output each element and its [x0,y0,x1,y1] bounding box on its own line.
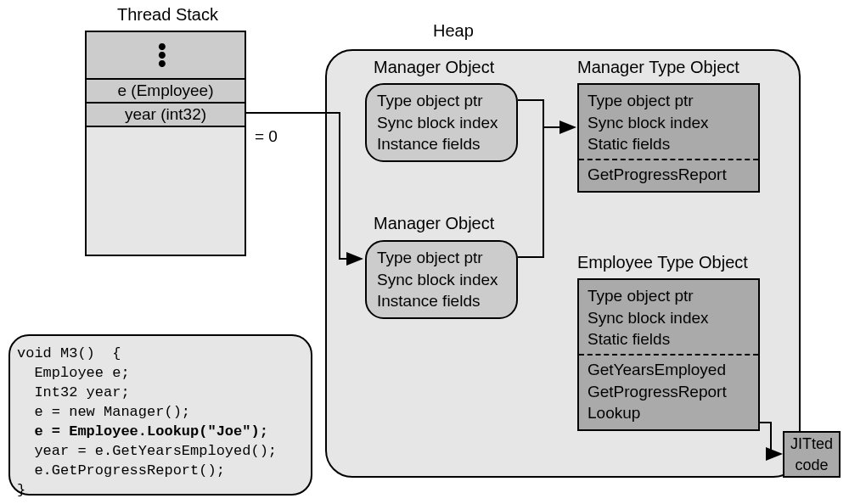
stack-header: • • • [87,32,245,80]
jitted-code-box: JITted code [783,431,841,478]
code-line-current: e = Employee.Lookup("Joe"); [17,423,268,440]
field-line: Static fields [588,328,750,350]
field-line: Sync block index [377,269,506,291]
field-line: Sync block index [588,307,750,329]
code-line: } [17,482,25,498]
manager-object-2: Type object ptr Sync block index Instanc… [365,240,518,319]
stack-cell-e: e (Employee) [87,80,245,104]
stack-empty [87,127,245,255]
field-line: Type object ptr [588,90,750,112]
manager-type-object: Type object ptr Sync block index Static … [577,83,760,193]
code-line: e = new Manager(); [17,404,190,420]
code-line: year = e.GetYearsEmployed(); [17,443,277,459]
code-line: Int32 year; [17,384,130,400]
code-line: Employee e; [17,365,130,381]
jit-line: JITted [784,434,839,454]
field-line: Instance fields [377,290,506,312]
manager-object-1-label: Manager Object [374,58,494,77]
code-line: e.GetProgressReport(); [17,462,225,479]
field-line: Static fields [588,133,750,155]
method-line: GetYearsEmployed [588,359,750,381]
field-line: Instance fields [377,133,506,155]
field-line: Type object ptr [588,285,750,307]
code-line: void M3() { [17,345,121,361]
heap-label: Heap [433,21,474,41]
jit-line: code [784,455,839,475]
divider [579,354,758,356]
field-line: Type object ptr [377,90,506,112]
manager-object-1: Type object ptr Sync block index Instanc… [365,83,518,162]
method-line: GetProgressReport [588,381,750,403]
stack-cell-year: year (int32) [87,104,245,127]
divider [579,159,758,160]
field-line: Sync block index [588,112,750,134]
code-box: void M3() { Employee e; Int32 year; e = … [8,334,312,496]
manager-type-label: Manager Type Object [577,58,739,77]
method-line: GetProgressReport [588,164,750,186]
employee-type-label: Employee Type Object [577,253,748,272]
thread-stack-label: Thread Stack [117,5,218,25]
thread-stack: • • • e (Employee) year (int32) [85,31,246,256]
ellipsis-icon: • [158,59,173,68]
field-line: Sync block index [377,112,506,134]
method-line: Lookup [588,402,750,424]
employee-type-object: Type object ptr Sync block index Static … [577,278,760,431]
field-line: Type object ptr [377,247,506,269]
manager-object-2-label: Manager Object [374,214,494,233]
year-value: = 0 [255,127,278,146]
